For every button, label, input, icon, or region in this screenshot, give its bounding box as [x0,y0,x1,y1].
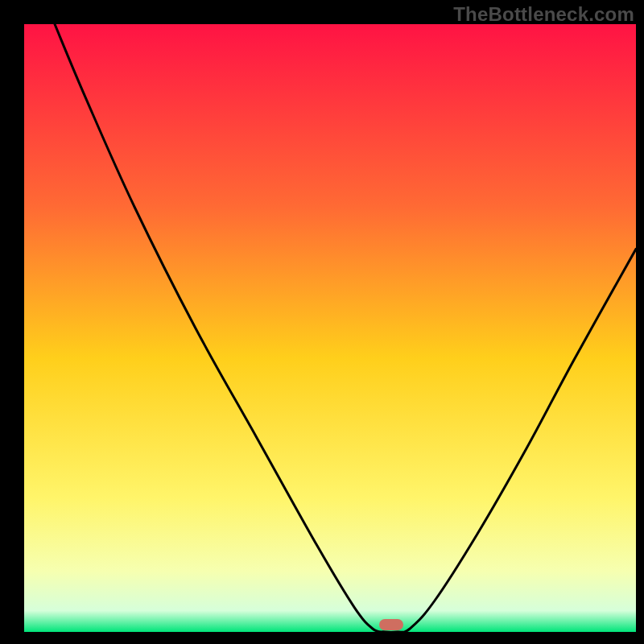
plot-background [24,24,636,632]
optimal-marker [379,619,403,630]
chart-container: TheBottleneck.com [0,0,644,644]
watermark-text: TheBottleneck.com [453,3,634,26]
bottleneck-chart [0,0,644,644]
